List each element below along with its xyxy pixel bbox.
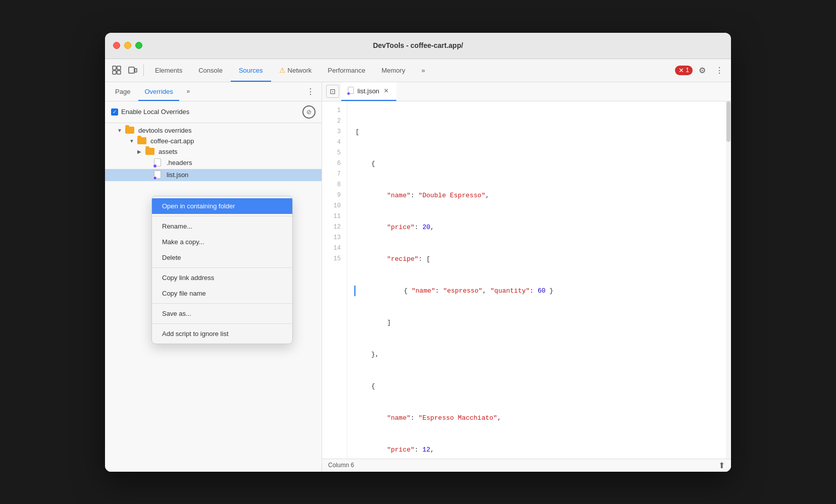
- ctx-separator-4: [152, 323, 292, 324]
- toolbar-divider: [143, 64, 144, 76]
- ctx-delete[interactable]: Delete: [152, 250, 292, 265]
- ctx-add-to-ignore[interactable]: Add script to ignore list: [152, 326, 292, 342]
- svg-rect-0: [113, 66, 116, 70]
- svg-rect-2: [117, 66, 121, 70]
- code-line-8: },: [355, 349, 723, 360]
- tree-item-coffee-cart-app[interactable]: ▼ coffee-cart.app: [105, 136, 322, 146]
- device-toggle-icon[interactable]: [125, 63, 140, 78]
- code-line-7: ]: [355, 317, 723, 328]
- sidebar-options-button[interactable]: ⋮: [303, 84, 318, 98]
- code-line-9: {: [355, 381, 723, 391]
- ctx-rename[interactable]: Rename...: [152, 218, 292, 234]
- column-status: Column 6: [328, 462, 354, 469]
- tab-navigation: Elements Console Sources ⚠ Network Perfo…: [147, 59, 674, 82]
- file-override-icon: [153, 158, 162, 167]
- code-line-1: [: [355, 127, 723, 137]
- window-title: DevTools - coffee-cart.app/: [373, 41, 463, 49]
- devtools-window: DevTools - coffee-cart.app/ Elements Con: [105, 33, 731, 472]
- ctx-copy-link[interactable]: Copy link address: [152, 270, 292, 286]
- toolbar-right: ✕ 1 ⚙ ⋮: [675, 63, 727, 78]
- tree-item-headers[interactable]: .headers: [105, 157, 322, 169]
- close-button[interactable]: [113, 42, 120, 49]
- folder-icon: [145, 148, 154, 155]
- expand-arrow: ▶: [137, 149, 143, 154]
- scrollbar-thumb[interactable]: [726, 101, 730, 142]
- settings-icon[interactable]: ⚙: [695, 63, 710, 78]
- context-menu: Open in containing folder Rename... Make…: [151, 196, 293, 344]
- close-tab-button[interactable]: ✕: [382, 87, 390, 95]
- status-bar: Column 6 ⬆: [322, 459, 731, 472]
- code-content: 1 2 3 4 5 6 7 8 9 10 11 12 13 14: [322, 101, 731, 459]
- ctx-separator-1: [152, 216, 292, 216]
- clear-overrides-button[interactable]: ⊘: [302, 105, 316, 119]
- enable-overrides-label[interactable]: ✓ Enable Local Overrides: [111, 108, 189, 116]
- sidebar: Page Overrides » ⋮ ✓ Enable Local Overri…: [105, 82, 322, 472]
- sidebar-tab-overrides[interactable]: Overrides: [138, 82, 179, 101]
- top-toolbar: Elements Console Sources ⚠ Network Perfo…: [105, 59, 731, 82]
- line-numbers: 1 2 3 4 5 6 7 8 9 10 11 12 13 14: [322, 101, 347, 459]
- tab-performance[interactable]: Performance: [320, 59, 373, 82]
- tree-item-assets[interactable]: ▶ assets: [105, 146, 322, 157]
- ctx-open-folder[interactable]: Open in containing folder: [152, 198, 292, 214]
- status-right-icon[interactable]: ⬆: [718, 461, 725, 470]
- maximize-button[interactable]: [135, 42, 142, 49]
- expand-arrow: ▼: [117, 128, 123, 133]
- file-override-icon: [153, 171, 162, 180]
- tab-console[interactable]: Console: [190, 59, 231, 82]
- folder-icon: [137, 137, 146, 144]
- ctx-separator-3: [152, 303, 292, 304]
- editor-area: ⊡ list.json ✕ 1 2 3 4: [322, 82, 731, 472]
- tree-item-devtools-overrides[interactable]: ▼ devtools overrides: [105, 125, 322, 136]
- error-icon: ✕: [678, 67, 684, 74]
- svg-rect-4: [129, 67, 134, 73]
- code-line-4: "price": 20,: [355, 222, 723, 233]
- tab-elements[interactable]: Elements: [147, 59, 190, 82]
- tab-more[interactable]: »: [413, 59, 433, 82]
- ctx-make-copy[interactable]: Make a copy...: [152, 234, 292, 250]
- editor-tabs: ⊡ list.json ✕: [322, 82, 731, 101]
- code-line-6: { "name": "espresso", "quantity": 60 }: [354, 286, 723, 296]
- overrides-toolbar: ✓ Enable Local Overrides ⊘: [105, 101, 322, 123]
- panel-toggle-button[interactable]: ⊡: [326, 85, 339, 98]
- tab-sources[interactable]: Sources: [231, 59, 271, 82]
- code-line-3: "name": "Double Espresso",: [355, 190, 723, 201]
- more-options-icon[interactable]: ⋮: [712, 63, 727, 78]
- code-line-2: {: [355, 158, 723, 169]
- code-line-5: "recipe": [: [355, 254, 723, 264]
- sidebar-more-tabs[interactable]: »: [181, 84, 195, 98]
- ctx-save-as[interactable]: Save as...: [152, 306, 292, 321]
- code-lines: [ { "name": "Double Espresso", "price": …: [347, 101, 731, 459]
- ctx-copy-filename[interactable]: Copy file name: [152, 286, 292, 301]
- svg-rect-3: [117, 71, 121, 74]
- scrollbar[interactable]: [726, 101, 731, 459]
- enable-overrides-checkbox[interactable]: ✓: [111, 108, 118, 116]
- svg-rect-5: [135, 69, 137, 72]
- sidebar-tabs: Page Overrides » ⋮: [105, 82, 322, 101]
- error-badge[interactable]: ✕ 1: [675, 66, 693, 75]
- tab-memory[interactable]: Memory: [374, 59, 413, 82]
- code-line-11: "price": 12,: [355, 444, 723, 455]
- title-bar: DevTools - coffee-cart.app/: [105, 33, 731, 59]
- traffic-lights: [113, 42, 142, 49]
- file-tab-icon: [347, 87, 354, 95]
- tree-item-list-json[interactable]: list.json: [105, 169, 322, 181]
- main-area: Page Overrides » ⋮ ✓ Enable Local Overri…: [105, 82, 731, 472]
- folder-icon: [125, 127, 134, 134]
- error-count: 1: [686, 67, 689, 74]
- tab-network[interactable]: ⚠ Network: [271, 59, 320, 82]
- sidebar-tab-page[interactable]: Page: [109, 82, 136, 101]
- code-editor[interactable]: 1 2 3 4 5 6 7 8 9 10 11 12 13 14: [322, 101, 731, 459]
- expand-arrow: ▼: [129, 138, 135, 144]
- minimize-button[interactable]: [124, 42, 131, 49]
- inspect-element-icon[interactable]: [109, 63, 124, 78]
- warning-icon: ⚠: [279, 66, 286, 74]
- ctx-separator-2: [152, 267, 292, 268]
- editor-tab-list-json[interactable]: list.json ✕: [341, 82, 396, 101]
- code-line-10: "name": "Espresso Macchiato",: [355, 413, 723, 423]
- svg-rect-1: [113, 71, 116, 74]
